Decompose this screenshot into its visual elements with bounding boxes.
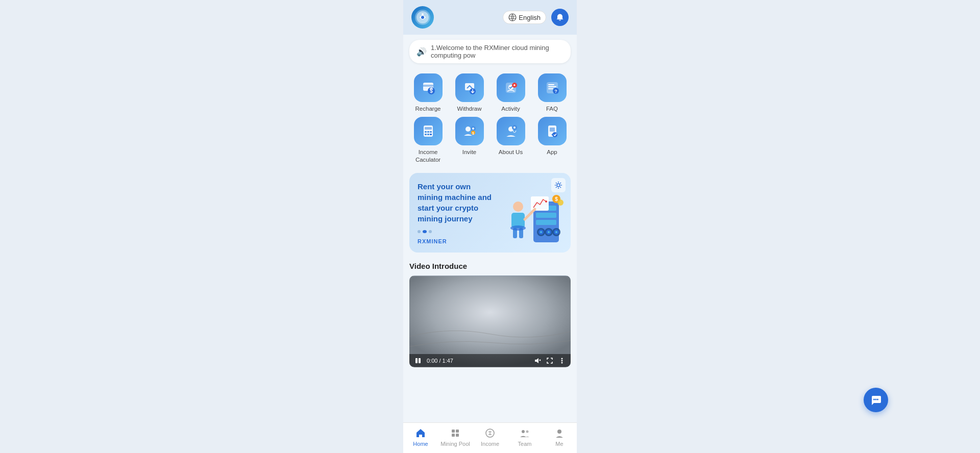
nav-team[interactable]: Team xyxy=(509,427,540,447)
app-icon-bg xyxy=(538,117,567,145)
nav-income[interactable]: Income xyxy=(475,427,505,447)
grid-item-recharge[interactable]: $ Recharge xyxy=(409,73,447,113)
banner-brand: RXMINER xyxy=(418,238,497,244)
video-time: 0:00 / 1:47 xyxy=(427,358,529,364)
chat-bubble[interactable] xyxy=(864,388,888,412)
svg-point-59 xyxy=(557,199,564,206)
svg-point-36 xyxy=(513,127,516,129)
svg-point-51 xyxy=(548,231,550,233)
mining-pool-nav-icon xyxy=(449,427,461,439)
activity-icon-bg xyxy=(497,73,525,102)
recharge-label: Recharge xyxy=(415,105,441,113)
video-section: Video Introduce xyxy=(403,257,577,369)
svg-rect-29 xyxy=(430,134,432,135)
promo-banner[interactable]: Rent your own mining machine and start y… xyxy=(409,173,571,253)
me-nav-label: Me xyxy=(555,441,563,447)
banner-text-block: Rent your own mining machine and start y… xyxy=(418,181,497,244)
nav-mining-pool[interactable]: Mining Pool xyxy=(440,427,471,447)
svg-rect-38 xyxy=(550,128,555,132)
about-icon-bg xyxy=(497,117,525,145)
svg-rect-74 xyxy=(452,430,455,433)
header: English xyxy=(403,0,577,35)
team-icon xyxy=(519,427,530,439)
svg-rect-18 xyxy=(548,86,556,87)
language-button[interactable]: English xyxy=(503,11,546,24)
faq-icon-bg: ? xyxy=(538,73,567,102)
calculator-label: IncomeCaculator xyxy=(415,148,440,164)
invite-label: Invite xyxy=(462,148,477,156)
recharge-icon-bg: $ xyxy=(414,73,443,102)
svg-point-81 xyxy=(557,430,561,434)
notification-button[interactable] xyxy=(551,9,569,26)
app-label: App xyxy=(547,148,557,156)
video-container[interactable]: 0:00 / 1:47 xyxy=(409,275,571,367)
video-frame xyxy=(409,275,571,367)
dot-3 xyxy=(429,230,432,233)
grid-item-activity[interactable]: Activity xyxy=(492,73,529,113)
home-nav-label: Home xyxy=(413,441,428,447)
svg-rect-23 xyxy=(425,127,432,130)
nav-me[interactable]: Me xyxy=(544,427,575,447)
home-icon xyxy=(415,427,426,439)
grid-item-withdraw[interactable]: Withdraw xyxy=(451,73,488,113)
speaker-icon: 🔊 xyxy=(416,47,427,57)
more-button[interactable] xyxy=(558,357,566,364)
income-nav-label: Income xyxy=(481,441,499,447)
mining-pool-icon xyxy=(450,427,461,439)
svg-point-79 xyxy=(522,430,525,433)
withdraw-icon xyxy=(462,80,477,95)
svg-rect-68 xyxy=(419,358,421,363)
invite-icon: $ xyxy=(462,123,477,139)
grid-item-app[interactable]: App xyxy=(533,117,571,164)
svg-rect-17 xyxy=(548,84,554,85)
svg-text:?: ? xyxy=(554,89,557,94)
fullscreen-icon xyxy=(546,357,553,364)
svg-point-84 xyxy=(877,399,878,400)
svg-rect-45 xyxy=(536,220,556,225)
invite-icon-bg: $ xyxy=(455,117,484,145)
faq-label: FAQ xyxy=(546,105,558,113)
app-logo xyxy=(411,6,434,29)
svg-point-41 xyxy=(557,184,560,187)
svg-point-3 xyxy=(422,13,424,15)
svg-point-82 xyxy=(873,399,875,400)
svg-point-56 xyxy=(545,200,547,203)
svg-point-65 xyxy=(510,225,526,231)
svg-rect-27 xyxy=(425,134,427,135)
svg-point-54 xyxy=(555,231,557,233)
chat-icon xyxy=(870,394,882,406)
pause-button[interactable] xyxy=(414,357,422,364)
svg-point-4 xyxy=(509,14,516,21)
mining-pool-nav-label: Mining Pool xyxy=(440,441,470,447)
me-icon xyxy=(554,427,565,439)
grid-item-income-calculator[interactable]: IncomeCaculator xyxy=(409,117,447,164)
banner-title: Rent your own mining machine and start y… xyxy=(418,181,497,224)
mute-button[interactable] xyxy=(534,357,541,364)
svg-point-60 xyxy=(513,202,523,212)
svg-point-40 xyxy=(552,132,557,137)
fullscreen-button[interactable] xyxy=(546,357,553,364)
home-nav-icon xyxy=(414,427,427,439)
more-icon xyxy=(558,357,566,364)
about-us-label: About Us xyxy=(499,148,523,156)
banner-corner-icon xyxy=(551,178,566,192)
dot-2 xyxy=(423,230,427,233)
activity-label: Activity xyxy=(501,105,520,113)
video-title: Video Introduce xyxy=(409,262,571,270)
announcement-bar[interactable]: 🔊 1.Welcome to the RXMiner cloud mining … xyxy=(409,40,571,63)
income-icon xyxy=(484,427,496,439)
svg-rect-66 xyxy=(409,276,571,367)
withdraw-icon-bg xyxy=(455,73,484,102)
calculator-icon xyxy=(421,123,436,139)
language-label: English xyxy=(519,14,541,21)
header-controls: English xyxy=(503,9,569,26)
grid-item-about-us[interactable]: About Us xyxy=(492,117,529,164)
svg-point-2 xyxy=(421,16,424,19)
nav-home[interactable]: Home xyxy=(405,427,436,447)
recharge-icon: $ xyxy=(421,80,436,95)
svg-text:$: $ xyxy=(472,131,474,135)
about-icon xyxy=(503,123,519,139)
grid-item-faq[interactable]: ? FAQ xyxy=(533,73,571,113)
svg-rect-26 xyxy=(430,131,432,133)
grid-item-invite[interactable]: $ Invite xyxy=(451,117,488,164)
